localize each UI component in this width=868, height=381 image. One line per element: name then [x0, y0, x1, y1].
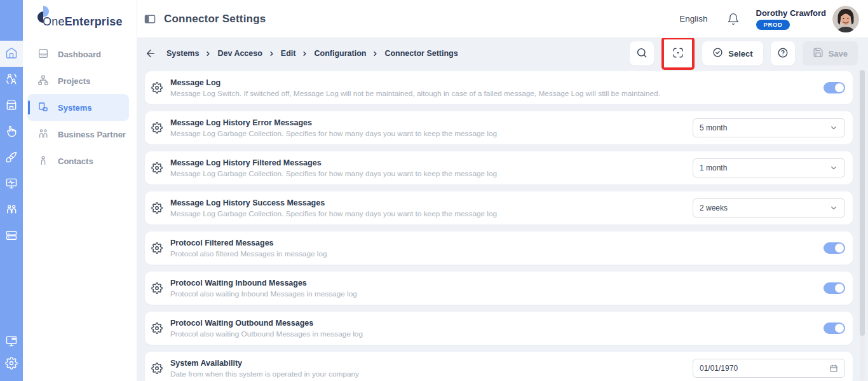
- gear-icon: [151, 202, 163, 214]
- dropdown-value: 5 month: [700, 123, 727, 132]
- setting-text: Message Log History Success Messages Mes…: [170, 198, 497, 219]
- user-name: Dorothy Crawford: [756, 8, 827, 18]
- settings-row: Message Log Message Log Switch. If switc…: [145, 71, 853, 104]
- settings-row: Message Log History Filtered Messages Me…: [145, 151, 853, 184]
- brush-icon: [5, 151, 18, 166]
- store-icon: [5, 99, 18, 114]
- gear-icon: [5, 357, 18, 372]
- header-actions: English Dorothy Crawford PROD: [679, 6, 859, 32]
- scrollbar-thumb[interactable]: [860, 70, 865, 336]
- toggle-switch[interactable]: [824, 82, 845, 94]
- bell-icon[interactable]: [727, 13, 740, 25]
- hand-pointer-icon: [5, 125, 18, 140]
- setting-description: Protocol also filtered Messages in messa…: [170, 249, 327, 259]
- toggle-switch[interactable]: [824, 322, 845, 334]
- sidebar-item-label: Systems: [58, 103, 92, 113]
- brand-logo: OneEnterprise: [23, 0, 137, 41]
- avatar[interactable]: [832, 6, 859, 32]
- setting-control: 5 month: [693, 118, 845, 137]
- setting-text: Message Log History Filtered Messages Me…: [170, 158, 497, 179]
- user-menu[interactable]: Dorothy Crawford PROD: [756, 8, 827, 30]
- save-button-label: Save: [829, 49, 848, 59]
- rail-item-home[interactable]: [0, 41, 23, 67]
- toggle-switch[interactable]: [824, 282, 845, 294]
- sidebar-item-systems[interactable]: Systems: [27, 94, 129, 121]
- sidebar-item-dashboard[interactable]: Dashboard: [27, 41, 129, 67]
- breadcrumb-item[interactable]: Connector Settings: [384, 49, 458, 58]
- chevron-right-icon: [268, 50, 275, 57]
- rail-item-store[interactable]: [0, 93, 23, 119]
- rail-spacer: [0, 249, 23, 329]
- rail-item-design[interactable]: [0, 145, 23, 171]
- gear-icon: [151, 122, 163, 134]
- chevron-down-icon: [829, 204, 838, 212]
- monitor-pulse-icon: [5, 177, 18, 192]
- help-button[interactable]: [771, 41, 795, 66]
- monitor-apps-icon: [5, 335, 18, 350]
- chevron-down-icon: [829, 163, 838, 172]
- date-value: 01/01/1970: [700, 364, 738, 373]
- setting-description: Message Log Garbage Collection. Specifie…: [170, 169, 497, 179]
- rail-item-settings[interactable]: [0, 355, 23, 381]
- projects-icon: [37, 74, 49, 88]
- setting-control: 1 month: [693, 158, 845, 177]
- focus-button[interactable]: [666, 41, 690, 66]
- dropdown-select[interactable]: 1 month: [693, 158, 845, 177]
- sidebar-item-projects[interactable]: Projects: [27, 67, 129, 94]
- chevron-right-icon: [205, 50, 212, 57]
- scrollbar[interactable]: [860, 70, 865, 381]
- rail-item-share[interactable]: [0, 67, 23, 93]
- rail-item-systems[interactable]: [0, 223, 23, 249]
- toggle-switch[interactable]: [824, 242, 845, 254]
- sidebar-item-business-partner[interactable]: Business Partner: [27, 121, 129, 148]
- date-input[interactable]: 01/01/1970: [693, 359, 845, 378]
- users-icon: [5, 203, 18, 218]
- save-button[interactable]: Save: [803, 41, 858, 66]
- back-button[interactable]: [145, 48, 156, 59]
- rail-item-devices[interactable]: [0, 329, 23, 355]
- dropdown-select[interactable]: 2 weeks: [693, 198, 845, 218]
- save-icon: [813, 47, 824, 60]
- server-icon: [5, 229, 18, 244]
- breadcrumb-item[interactable]: Dev Acceso: [217, 49, 262, 58]
- settings-row: Protocol Waiting Inbound Messages Protoc…: [145, 272, 853, 305]
- environment-badge: PROD: [756, 20, 790, 30]
- setting-description: Date from when this system is operated i…: [170, 370, 359, 379]
- sidebar-item-label: Contacts: [58, 156, 93, 166]
- annotation-highlight: [661, 38, 695, 70]
- select-button-label: Select: [728, 49, 752, 59]
- toggle-knob: [835, 324, 844, 333]
- dashboard-icon: [37, 48, 49, 61]
- setting-control: [824, 282, 845, 294]
- focus-center-icon: [672, 47, 684, 60]
- sidebar: OneEnterprise Dashboard Projects Systems…: [23, 0, 137, 381]
- breadcrumb-item[interactable]: Configuration: [314, 49, 366, 58]
- toolbar: SystemsDev AccesoEditConfigurationConnec…: [137, 38, 868, 69]
- setting-text: Protocol Waiting Outbound Messages Proto…: [170, 318, 363, 339]
- setting-title: Protocol Filtered Messages: [170, 238, 327, 248]
- language-selector[interactable]: English: [679, 14, 707, 24]
- rail-item-partners[interactable]: [0, 197, 23, 223]
- select-button[interactable]: Select: [702, 41, 763, 66]
- sidebar-collapse-icon[interactable]: [144, 13, 156, 25]
- page-title: Connector Settings: [164, 13, 266, 25]
- setting-text: Message Log History Error Messages Messa…: [170, 118, 497, 139]
- home-icon: [5, 46, 18, 62]
- sidebar-item-contacts[interactable]: Contacts: [27, 148, 129, 174]
- toggle-knob: [835, 83, 844, 92]
- rail-item-monitoring[interactable]: [0, 171, 23, 197]
- setting-title: Message Log History Success Messages: [170, 198, 497, 208]
- breadcrumb-item[interactable]: Systems: [166, 49, 199, 58]
- rail-item-actions[interactable]: [0, 119, 23, 145]
- top-header: Connector Settings English Dorothy Crawf…: [137, 0, 868, 38]
- toggle-knob: [835, 284, 844, 293]
- dropdown-value: 2 weeks: [700, 204, 728, 212]
- settings-row: Message Log History Error Messages Messa…: [145, 111, 853, 144]
- breadcrumb-item[interactable]: Edit: [281, 49, 296, 58]
- settings-list: Message Log Message Log Switch. If switc…: [137, 69, 868, 381]
- search-button[interactable]: [630, 41, 654, 66]
- dropdown-select[interactable]: 5 month: [693, 118, 845, 137]
- setting-control: [824, 242, 845, 254]
- gear-icon: [151, 162, 163, 174]
- settings-row: Protocol Waiting Outbound Messages Proto…: [145, 312, 853, 345]
